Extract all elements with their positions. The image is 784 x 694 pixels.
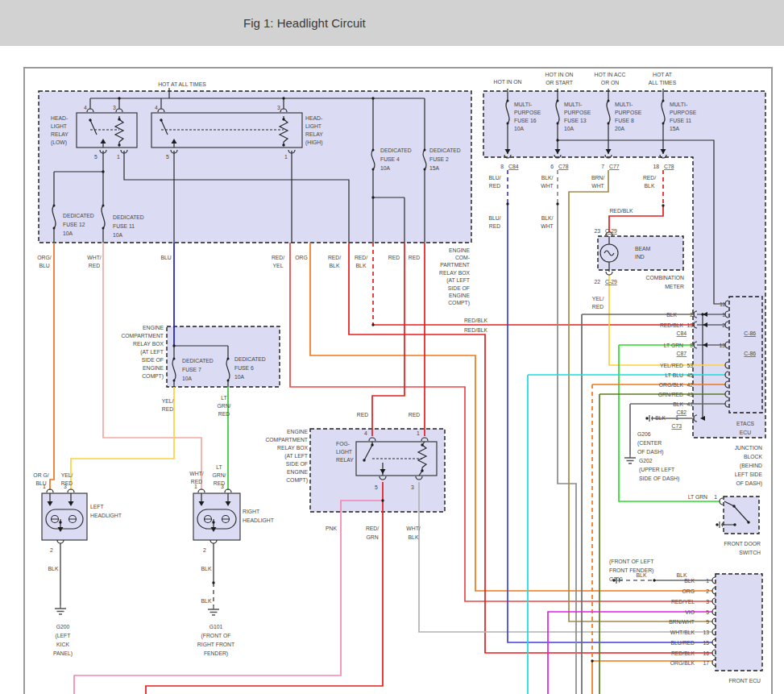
label-yel--172: YEL/ [592, 296, 604, 301]
label-wht--88: WHT/ [406, 526, 420, 531]
label-engine-74: ENGINE [287, 469, 309, 475]
label-c84-144: C84 [508, 164, 519, 169]
label-3-231: 3 [706, 599, 709, 605]
label-red--34: RED/ [272, 255, 284, 260]
label-purpose-128: PURPOSE [514, 110, 541, 115]
label-c-86-189: C-86 [744, 351, 756, 356]
label-fuse-8-137: FUSE 8 [615, 118, 634, 123]
label-org-228: ORG [682, 588, 695, 594]
junction-dot [653, 579, 655, 581]
label-5-233: 5 [706, 609, 709, 615]
label-multi--127: MULTI- [514, 102, 532, 107]
label-etacs-204: ETACS [736, 421, 755, 426]
label-red-152: RED [489, 183, 500, 189]
junction-dot [645, 417, 648, 419]
label-light-6: LIGHT [305, 123, 321, 129]
junction-dot [102, 170, 104, 172]
label-c77-148: C77 [609, 164, 620, 169]
label-yel-35: YEL [273, 263, 284, 268]
fuse-end-dot [557, 123, 559, 125]
label-fuse-6-62: FUSE 6 [234, 365, 254, 371]
label--at-left-54: (AT LEFT [140, 349, 164, 355]
label-5-81: 5 [375, 484, 378, 490]
junction-dot [212, 581, 214, 584]
label-meter-171: METER [665, 284, 684, 289]
label-left-92: LEFT [90, 504, 104, 509]
label--at-left-47: (AT LEFT [446, 277, 470, 284]
label-1-179: 1 [722, 312, 725, 318]
label-right-90: RIGHT [243, 509, 259, 514]
label--upper-left-215: (UPPER LEFT [639, 467, 674, 473]
front-ecu-box [716, 574, 762, 671]
label-or-g--103: OR G/ [33, 472, 48, 478]
label-junction-206: JUNCTION [735, 445, 762, 451]
junction-dot [118, 143, 120, 146]
label-block-207: BLOCK [744, 454, 763, 459]
label-c-86-184: C-86 [744, 330, 756, 336]
label-13-181: 13 [687, 322, 693, 328]
label-panel--115: PANEL) [53, 650, 73, 657]
label-blk-177: BLK [666, 312, 677, 318]
junction-dot [282, 143, 284, 146]
label-22-168: 22 [594, 279, 600, 285]
label-partment-45: PARTMENT [440, 262, 470, 268]
label-g100-223: G100 [609, 576, 623, 582]
label-engine-56: ENGINE [143, 365, 164, 371]
junction-dot [59, 521, 61, 523]
label--left-113: (LEFT [56, 633, 71, 639]
fuse-end-dot [507, 123, 509, 125]
label-lt-grn-217: LT GRN [688, 494, 707, 500]
label-red-blk-180: RED/BLK [660, 322, 684, 328]
label-pnk-85: PNK [326, 526, 337, 531]
label-10a-134: 10A [564, 126, 575, 131]
label-side-of-48: SIDE OF [448, 285, 470, 291]
junction-dot [160, 118, 162, 121]
label-c-29-165: C-29 [605, 228, 617, 234]
label-red-68: RED [218, 411, 230, 417]
junction-dot [716, 523, 718, 526]
label-g202-214: G202 [639, 458, 653, 463]
label-c78-146: C78 [558, 164, 569, 169]
label-compt--50: COMPT) [448, 300, 470, 306]
label-1-16: 1 [284, 154, 288, 160]
label-relay-box-53: RELAY BOX [133, 341, 164, 347]
label--behind-208: (BEHIND [740, 463, 762, 469]
label-3-10: 3 [113, 105, 116, 110]
label-brn-wht-234: BRN/WHT [669, 619, 695, 625]
label-front-fender--222: FRONT FENDER) [609, 567, 653, 574]
fuse-end-dot [424, 149, 426, 152]
label-blk-201: BLK [655, 415, 666, 421]
label-g101-116: G101 [209, 624, 223, 630]
label-lt-66: LT [221, 395, 226, 401]
label-fuse-11-141: FUSE 11 [670, 118, 691, 123]
label-dedicated-17: DEDICATED [63, 213, 94, 218]
label-ind-167: IND [635, 254, 645, 260]
junction-dot [363, 459, 365, 461]
label-8-186: 8 [690, 343, 693, 348]
label-headlight-91: HEADLIGHT [243, 517, 274, 523]
label-wht-154: WHT [541, 183, 553, 189]
label-4-9: 4 [84, 105, 87, 110]
label-11-176: 11 [720, 301, 725, 307]
label-41-199: 41 [687, 401, 693, 407]
label-10a-63: 10A [234, 374, 245, 380]
label-engine-69: ENGINE [287, 429, 309, 434]
label-multi--139: MULTI- [670, 102, 687, 107]
junction-dot [371, 323, 374, 326]
label-com--44: COM- [455, 255, 470, 260]
wiring-diagram: HOT AT ALL TIMESHEAD-LIGHTRELAY(LOW)HEAD… [0, 0, 784, 694]
fuse-end-dot [372, 168, 375, 171]
label-or-start-122: OR START [545, 80, 573, 85]
label-c-29-169: C-29 [605, 279, 617, 285]
label-1-12: 1 [117, 154, 120, 160]
diagram-page: Fig 1: Headlight Circuit [0, 0, 784, 694]
label-blu--151: BLU/ [488, 175, 500, 181]
label-6-145: 6 [550, 164, 554, 169]
label-purpose-140: PURPOSE [670, 110, 697, 115]
label-17-243: 17 [703, 660, 709, 666]
junction-dot [212, 521, 214, 523]
junction-dot [371, 196, 374, 198]
label-vio-232: VIO [685, 609, 695, 615]
label-grn--110: GRN/ [213, 472, 226, 478]
label-c87-188: C87 [677, 351, 687, 356]
